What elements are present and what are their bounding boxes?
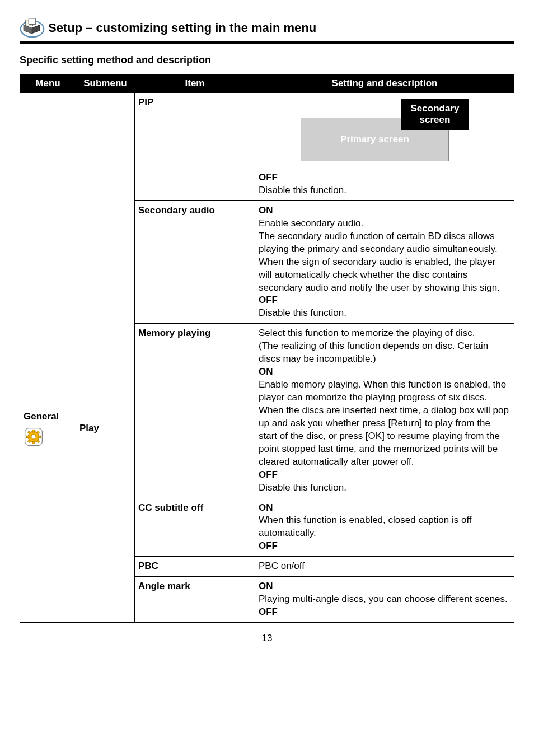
item-angle-mark: Angle mark <box>135 577 255 623</box>
cc-on-label: ON <box>259 502 273 513</box>
col-desc-header: Setting and description <box>255 74 514 93</box>
pip-secondary-box: Secondary screen <box>401 99 469 130</box>
secaudio-on-desc1: Enable secondary audio. <box>259 218 363 228</box>
angle-on-label: ON <box>259 581 273 591</box>
col-item-header: Item <box>135 74 255 93</box>
svg-rect-7 <box>26 436 29 438</box>
item-secondary-audio: Secondary audio <box>135 200 255 323</box>
page-number: 13 <box>20 633 514 644</box>
table-header-row: Menu Submenu Item Setting and descriptio… <box>20 74 514 93</box>
desc-pbc: PBC on/off <box>255 557 514 577</box>
svg-rect-6 <box>32 441 35 444</box>
secaudio-on-label: ON <box>259 205 273 216</box>
svg-rect-2 <box>29 18 36 25</box>
cc-off-label: OFF <box>259 540 278 551</box>
memory-off-label: OFF <box>259 469 278 480</box>
pip-off-label: OFF <box>259 172 278 183</box>
col-submenu-header: Submenu <box>76 74 135 93</box>
memory-on-desc: Enable memory playing. When this functio… <box>259 379 509 467</box>
secaudio-on-desc2: The secondary audio function of certain … <box>259 231 500 293</box>
table-row: General <box>20 93 514 201</box>
secaudio-off-label: OFF <box>259 295 278 305</box>
memory-on-label: ON <box>259 366 273 377</box>
gear-icon <box>24 427 44 447</box>
pip-off-desc: Disable this function. <box>259 185 346 195</box>
angle-off-label: OFF <box>259 606 278 617</box>
memory-off-desc: Disable this function. <box>259 482 346 493</box>
memory-intro1: Select this function to memorize the pla… <box>259 328 475 338</box>
col-menu-header: Menu <box>20 74 76 93</box>
settings-table: Menu Submenu Item Setting and descriptio… <box>20 74 514 623</box>
submenu-label: Play <box>79 423 99 433</box>
desc-pip: Secondary screen Primary screen OFF Disa… <box>255 93 514 201</box>
cc-on-desc: When this function is enabled, closed ca… <box>259 515 472 538</box>
pip-diagram: Secondary screen Primary screen <box>301 99 469 166</box>
page-title: Setup – customizing setting in the main … <box>48 21 316 35</box>
menu-label: General <box>24 411 59 422</box>
desc-secondary-audio: ON Enable secondary audio. The secondary… <box>255 200 514 323</box>
item-pbc: PBC <box>135 557 255 577</box>
header-underline <box>20 41 514 44</box>
svg-rect-5 <box>32 430 35 432</box>
svg-rect-8 <box>38 436 41 438</box>
section-title: Specific setting method and description <box>20 54 514 66</box>
desc-cc-subtitle: ON When this function is enabled, closed… <box>255 498 514 557</box>
submenu-cell-play: Play <box>76 93 135 623</box>
secaudio-off-desc: Disable this function. <box>259 307 346 318</box>
memory-intro2: (The realizing of this function depends … <box>259 340 488 364</box>
item-pip: PIP <box>135 93 255 201</box>
item-cc-subtitle: CC subtitle off <box>135 498 255 557</box>
svg-point-13 <box>31 435 36 439</box>
angle-on-desc: Playing multi-angle discs, you can choos… <box>259 594 508 604</box>
menu-cell-general: General <box>20 93 76 623</box>
desc-memory-playing: Select this function to memorize the pla… <box>255 324 514 498</box>
page-header: Setup – customizing setting in the main … <box>20 17 514 39</box>
books-icon <box>20 17 45 39</box>
desc-angle-mark: ON Playing multi-angle discs, you can ch… <box>255 577 514 623</box>
item-memory-playing: Memory playing <box>135 324 255 498</box>
